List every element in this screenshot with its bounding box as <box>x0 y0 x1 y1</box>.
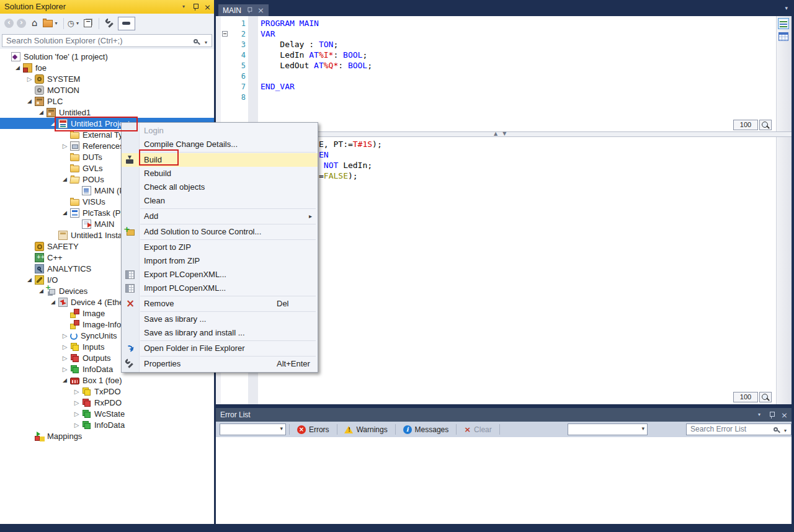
menu-item-remove[interactable]: RemoveDel <box>122 297 318 311</box>
table-view-icon[interactable] <box>778 32 788 41</box>
pin-icon[interactable] <box>769 411 775 419</box>
menu-item-add-solution-to-source-control[interactable]: Add Solution to Source Control... <box>122 225 318 239</box>
home-icon[interactable]: ⌂ <box>32 19 38 28</box>
close-icon[interactable]: × <box>204 3 211 11</box>
collapsed-icon[interactable]: ▷ <box>60 332 70 339</box>
error-list-titlebar[interactable]: Error List ▾ × <box>216 408 792 422</box>
menu-separator <box>140 311 316 312</box>
back-icon[interactable]: ‹ <box>4 19 14 28</box>
search-icon[interactable] <box>193 38 201 47</box>
splitter-up-icon[interactable]: ▲ <box>494 131 497 136</box>
properties-icon[interactable] <box>105 19 115 29</box>
tab-pin-icon[interactable] <box>247 7 252 14</box>
menu-item-label: Check all objects <box>144 182 205 192</box>
tree-item-mappings[interactable]: Mappings <box>0 430 214 441</box>
menu-item-import-plcopenxml[interactable]: Import PLCopenXML... <box>122 282 318 295</box>
pin-icon[interactable] <box>192 3 198 11</box>
collapsed-icon[interactable]: ▷ <box>60 143 70 149</box>
collapsed-icon[interactable]: ▷ <box>60 355 70 361</box>
collapse-all-icon[interactable] <box>84 19 92 27</box>
tree-item-plc[interactable]: ◢PLC <box>0 95 214 107</box>
tree-item-wcstate[interactable]: ▷WcState <box>0 408 214 419</box>
menu-item-import-from-zip[interactable]: Import from ZIP <box>122 254 318 268</box>
expanded-icon[interactable]: ◢ <box>60 176 70 182</box>
splitter-down-icon[interactable]: ▼ <box>502 131 506 136</box>
tree-item-foe[interactable]: ◢foe <box>0 62 214 73</box>
editor-zoom-icon[interactable] <box>759 120 772 130</box>
tree-item-box-1-foe[interactable]: ◢Box 1 (foe) <box>0 375 214 386</box>
editor-zoom-level[interactable]: 100 <box>733 392 758 402</box>
line-number: 1 <box>221 19 246 28</box>
menu-item-check-all-objects[interactable]: Check all objects <box>122 180 318 194</box>
tree-item-rxpdo[interactable]: ▷RxPDO <box>0 397 214 408</box>
expanded-icon[interactable]: ◢ <box>48 299 58 305</box>
editor-scrollbar[interactable] <box>776 16 792 131</box>
filter-dropdown-icon[interactable]: ▾ <box>76 20 79 26</box>
filter-combo[interactable] <box>568 423 648 435</box>
breakpoint-margin[interactable] <box>216 16 221 131</box>
tree-item-infodata[interactable]: ▷InfoData <box>0 419 214 430</box>
tab-close-icon[interactable]: × <box>257 6 264 14</box>
expanded-icon[interactable]: ◢ <box>12 64 23 71</box>
menu-item-save-as-library[interactable]: Save as library ... <box>122 313 318 326</box>
collapsed-icon[interactable]: ▷ <box>71 422 82 428</box>
forward-icon[interactable]: › <box>17 19 26 28</box>
expanded-icon[interactable]: ◢ <box>60 377 70 383</box>
collapsed-icon[interactable]: ▷ <box>71 388 82 395</box>
menu-item-export-to-zip[interactable]: Export to ZIP <box>122 241 318 254</box>
search-row: Search Solution Explorer (Ctrl+;) ▾ <box>0 33 214 49</box>
text-view-icon[interactable] <box>778 18 789 29</box>
tree-item-txpdo[interactable]: ▷TxPDO <box>0 386 214 397</box>
collapsed-icon[interactable]: ▷ <box>71 410 82 417</box>
tree-item-motion[interactable]: MOTION <box>0 84 214 95</box>
fold-collapse-icon[interactable] <box>222 31 228 37</box>
solution-explorer-titlebar[interactable]: Solution Explorer ▾ × <box>0 0 214 14</box>
expanded-icon[interactable]: ◢ <box>60 210 70 216</box>
menu-item-export-plcopenxml[interactable]: Export PLCopenXML... <box>122 268 318 282</box>
messages-filter-button[interactable]: i Messages <box>399 423 453 435</box>
expanded-icon[interactable]: ◢ <box>36 109 47 115</box>
tree-item-solution-foe-1-project[interactable]: Solution 'foe' (1 project) <box>0 51 214 62</box>
solution-explorer-title: Solution Explorer <box>4 2 66 11</box>
menu-item-open-folder-in-file-explorer[interactable]: Open Folder in File Explorer <box>122 342 318 355</box>
close-icon[interactable]: × <box>781 411 788 419</box>
search-icon[interactable] <box>773 427 781 435</box>
declaration-editor[interactable]: 1PROGRAM MAIN2VAR3 Delay : TON;4 LedIn A… <box>216 16 792 131</box>
search-options-icon[interactable]: ▾ <box>784 425 787 436</box>
editor-zoom-icon[interactable] <box>759 392 772 402</box>
editor-zoom-level[interactable]: 100 <box>733 120 758 130</box>
menu-item-save-as-library-and-install[interactable]: Save as library and install ... <box>122 326 318 340</box>
editor-scrollbar[interactable] <box>776 137 792 404</box>
menu-item-clean[interactable]: Clean <box>122 194 318 208</box>
collapsed-icon[interactable]: ▷ <box>60 344 70 350</box>
menu-item-add[interactable]: Add▸ <box>122 210 318 223</box>
errors-filter-button[interactable]: × Errors <box>293 423 334 435</box>
collapsed-icon[interactable]: ▷ <box>60 366 70 373</box>
tree-item-system[interactable]: ▷SYSTEM <box>0 73 214 84</box>
pending-changes-filter-icon[interactable]: ◷ <box>68 19 74 28</box>
window-position-icon[interactable]: ▾ <box>758 408 761 422</box>
collapsed-icon[interactable]: ▷ <box>24 76 35 82</box>
solution-explorer-toolbar: ‹ › ⌂ ▾ ◷ ▾ <box>0 14 214 33</box>
switch-views-icon[interactable] <box>43 20 53 27</box>
menu-item-rebuild[interactable]: Rebuild <box>122 167 318 180</box>
infodata-icon <box>82 409 91 419</box>
window-position-icon[interactable]: ▾ <box>182 0 185 14</box>
tab-list-chevron-icon[interactable]: ▾ <box>785 5 788 11</box>
switch-views-dropdown-icon[interactable]: ▾ <box>55 20 58 26</box>
error-list-content[interactable] <box>216 437 792 524</box>
twincat-xae-window: Solution Explorer ▾ × ‹ › ⌂ ▾ ◷ ▾ Search… <box>0 0 794 532</box>
tab-main[interactable]: MAIN × <box>218 4 269 16</box>
error-list-search-input[interactable]: Search Error List ▾ <box>686 423 792 435</box>
preview-selected-items-toggle[interactable] <box>118 17 135 30</box>
menu-item-properties[interactable]: PropertiesAlt+Enter <box>122 357 318 371</box>
expanded-icon[interactable]: ◢ <box>24 277 35 283</box>
collapsed-icon[interactable]: ▷ <box>71 399 82 406</box>
menu-item-login[interactable]: Login <box>122 124 318 138</box>
expanded-icon[interactable]: ◢ <box>24 98 35 104</box>
search-options-icon[interactable]: ▾ <box>205 37 207 48</box>
search-input[interactable]: Search Solution Explorer (Ctrl+;) ▾ <box>2 34 212 47</box>
scope-combo[interactable] <box>220 423 286 435</box>
clear-button[interactable]: × Clear <box>460 423 496 435</box>
warnings-filter-button[interactable]: Warnings <box>340 423 391 435</box>
